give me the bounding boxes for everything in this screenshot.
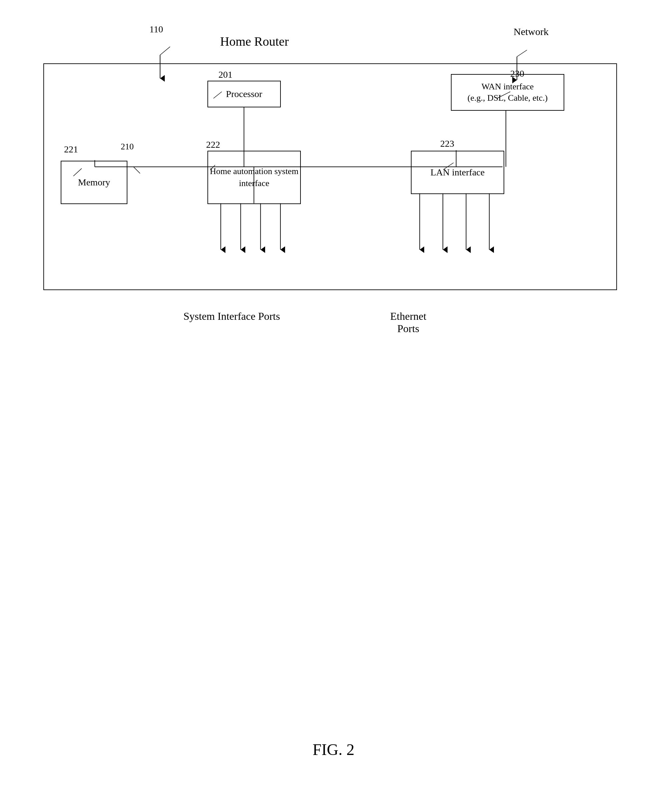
lan-label: LAN interface — [431, 167, 484, 178]
wan-box: WAN interface(e.g., DSL, Cable, etc.) — [451, 74, 564, 111]
router-box: Processor WAN interface(e.g., DSL, Cable… — [43, 63, 617, 290]
memory-label: Memory — [78, 177, 110, 188]
ref-201: 201 — [219, 70, 232, 80]
router-label: Home Router — [220, 34, 289, 49]
fig-label: FIG. 2 — [312, 740, 354, 759]
ref-223: 223 — [440, 138, 454, 149]
memory-box: Memory — [61, 161, 128, 204]
has-box: Home automation system interface — [207, 151, 301, 204]
processor-label: Processor — [226, 89, 262, 99]
processor-box: Processor — [207, 81, 281, 108]
has-label: Home automation system interface — [208, 166, 300, 190]
ref-222: 222 — [206, 139, 220, 150]
ref-221: 221 — [64, 144, 78, 155]
system-ports-label: System Interface Ports — [183, 310, 280, 323]
lan-box: LAN interface — [411, 151, 504, 194]
ref-110: 110 — [149, 24, 163, 35]
wan-label: WAN interface(e.g., DSL, Cable, etc.) — [468, 81, 548, 104]
diagram-container: Processor WAN interface(e.g., DSL, Cable… — [33, 20, 634, 420]
network-label: Network — [514, 26, 549, 37]
ethernet-ports-label: EthernetPorts — [390, 310, 426, 335]
svg-line-20 — [160, 47, 170, 55]
ref-230: 230 — [510, 68, 524, 79]
ref-210: 210 — [121, 142, 134, 152]
svg-line-22 — [517, 50, 527, 57]
